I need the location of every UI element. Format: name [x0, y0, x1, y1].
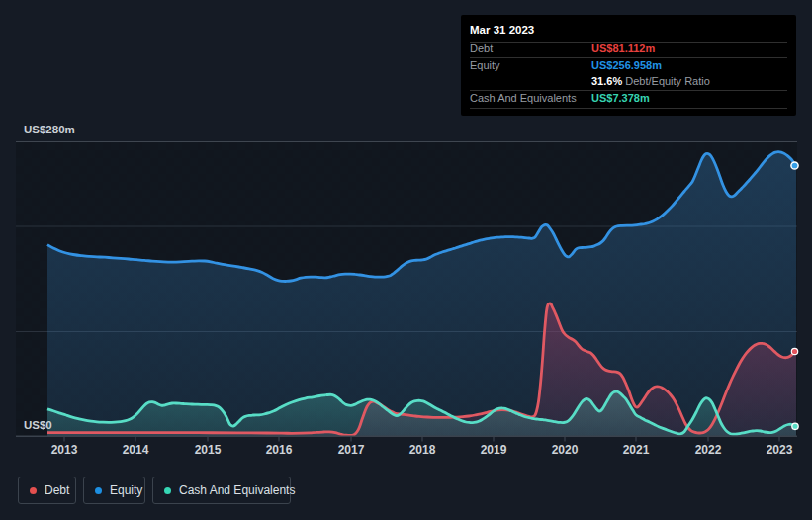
- svg-text:2022: 2022: [695, 443, 722, 457]
- svg-text:2017: 2017: [338, 443, 365, 457]
- svg-text:2013: 2013: [51, 443, 78, 457]
- svg-text:US$280m: US$280m: [24, 124, 75, 135]
- svg-text:US$0: US$0: [24, 419, 52, 431]
- svg-text:2015: 2015: [195, 443, 222, 457]
- svg-text:2016: 2016: [266, 443, 293, 457]
- svg-text:2014: 2014: [123, 443, 149, 457]
- svg-text:2018: 2018: [409, 443, 436, 457]
- svg-text:2020: 2020: [552, 443, 579, 457]
- svg-text:2023: 2023: [767, 443, 793, 457]
- svg-text:2021: 2021: [623, 443, 650, 457]
- svg-text:2019: 2019: [481, 443, 507, 457]
